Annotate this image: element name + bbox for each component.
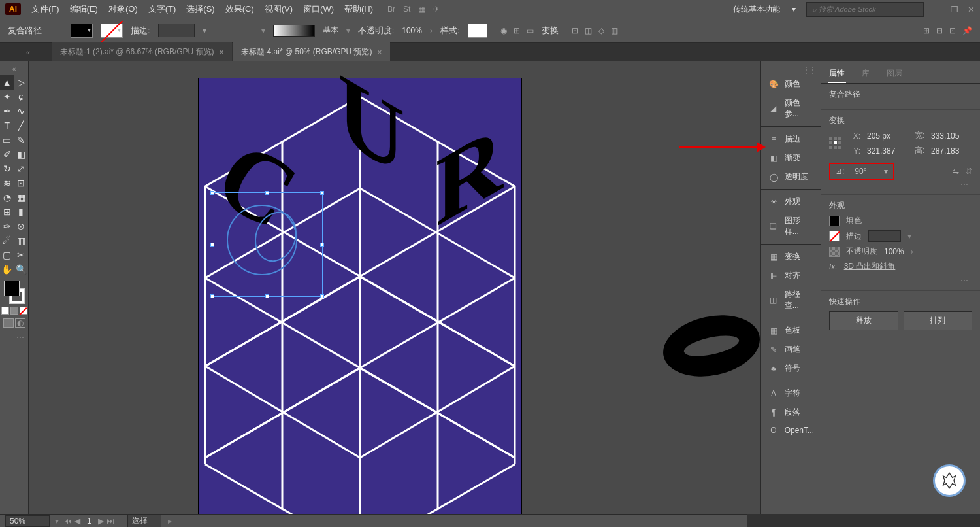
reference-point[interactable]: [829, 137, 842, 150]
status-mode[interactable]: 选择: [127, 514, 161, 527]
zoom-dropdown-icon[interactable]: ▾: [55, 517, 59, 526]
bridge-icon[interactable]: Br: [387, 5, 395, 14]
artboard-index[interactable]: 1: [83, 517, 95, 526]
column-graph-tool[interactable]: ▥: [14, 233, 29, 248]
transform-more-icon[interactable]: ⋯: [829, 180, 972, 189]
dock-transparency[interactable]: ◯透明度: [761, 167, 821, 186]
menu-view[interactable]: 视图(V): [261, 1, 297, 17]
fill-color-swatch[interactable]: [829, 216, 840, 226]
gpu-icon[interactable]: ✈: [433, 5, 440, 14]
stroke-color-swatch[interactable]: [829, 231, 840, 241]
eraser-tool[interactable]: ◧: [14, 147, 29, 162]
menu-edit[interactable]: 编辑(E): [66, 1, 102, 17]
dock-paragraph[interactable]: ¶段落: [761, 403, 821, 422]
direct-selection-tool[interactable]: ▷: [14, 75, 29, 90]
dock-grip-icon[interactable]: ⋮⋮: [761, 65, 821, 75]
stock-icon[interactable]: St: [403, 5, 410, 14]
zoom-tool[interactable]: 🔍: [14, 262, 29, 277]
artboard-tool[interactable]: ▢: [0, 248, 14, 262]
release-button[interactable]: 释放: [829, 311, 898, 330]
dock-character[interactable]: A字符: [761, 384, 821, 403]
align-icon[interactable]: ⊞: [514, 26, 520, 35]
opacity-value-2[interactable]: 100%: [884, 247, 904, 256]
style-swatch[interactable]: [468, 24, 487, 38]
pin-icon[interactable]: 📌: [962, 26, 972, 35]
height-value[interactable]: 287.183: [931, 146, 970, 156]
dock-color-guide[interactable]: ◢颜色参...: [761, 94, 821, 124]
select-similar-icon[interactable]: ▥: [611, 26, 618, 35]
lasso-tool[interactable]: ɕ: [14, 90, 29, 104]
dock-gradient[interactable]: ◧渐变: [761, 148, 821, 167]
flip-vertical-icon[interactable]: ⇵: [966, 167, 972, 176]
scale-tool[interactable]: ⤢: [14, 162, 29, 176]
search-input[interactable]: ⌕ 搜索 Adobe Stock: [806, 2, 924, 17]
gradient-mode-icon[interactable]: [10, 307, 18, 314]
curvature-tool[interactable]: ∿: [14, 104, 29, 118]
stroke-swatch[interactable]: [101, 24, 123, 38]
dock-brushes[interactable]: ✎画笔: [761, 340, 821, 359]
zoom-input[interactable]: 50%: [5, 515, 50, 527]
menu-select[interactable]: 选择(S): [182, 1, 218, 17]
close-tab-icon[interactable]: ×: [377, 48, 382, 57]
color-mode-icon[interactable]: [1, 307, 9, 314]
tab-properties[interactable]: 属性: [828, 65, 846, 83]
line-tool[interactable]: ╱: [14, 118, 29, 133]
dock-pathfinder[interactable]: ◫路径查...: [761, 285, 821, 315]
effect-name[interactable]: 3D 凸出和斜角: [844, 261, 896, 272]
appearance-more-icon[interactable]: ⋯: [829, 276, 972, 285]
mesh-tool[interactable]: ⊞: [0, 205, 14, 219]
perspective-grid-tool[interactable]: ▦: [14, 190, 29, 205]
dock-appearance[interactable]: ☀外观: [761, 192, 821, 211]
transform-button[interactable]: 变换: [542, 25, 559, 37]
blend-tool[interactable]: ⊙: [14, 219, 29, 233]
rotate-tool[interactable]: ↻: [0, 162, 14, 176]
screen-mode-icon[interactable]: [3, 318, 14, 328]
eyedropper-tool[interactable]: ✑: [0, 219, 14, 233]
dock-swatches[interactable]: ▦色板: [761, 321, 821, 340]
window-restore-icon[interactable]: ❐: [951, 5, 958, 14]
opacity-value[interactable]: 100%: [402, 26, 422, 35]
x-value[interactable]: 205 px: [867, 131, 906, 141]
gradient-tool[interactable]: ▮: [14, 205, 29, 219]
stroke-weight-input-2[interactable]: [868, 230, 901, 242]
draw-mode-icon[interactable]: ◐: [15, 318, 25, 328]
width-value[interactable]: 333.105: [931, 131, 970, 141]
dock-stroke[interactable]: ≡描边: [761, 129, 821, 148]
stroke-weight-input[interactable]: [158, 24, 195, 37]
hand-tool[interactable]: ✋: [0, 262, 14, 277]
workspace-dropdown[interactable]: 传统基本功能▾: [728, 2, 801, 17]
dock-transform[interactable]: ▦变换: [761, 247, 821, 266]
menu-window[interactable]: 窗口(W): [299, 1, 338, 17]
document-tab-2[interactable]: 未标题-4.ai* @ 50% (RGB/GPU 预览) ×: [233, 42, 390, 61]
recolor-icon[interactable]: ◉: [500, 26, 507, 35]
canvas[interactable]: C U R: [29, 61, 760, 514]
nav-prev-icon[interactable]: ◀: [74, 517, 80, 526]
mask-icon[interactable]: ◫: [585, 26, 592, 35]
toolbox-collapse-icon[interactable]: «: [0, 65, 28, 73]
crop-icon[interactable]: ◇: [598, 26, 604, 35]
menu-object[interactable]: 对象(O): [105, 1, 142, 17]
edit-toolbar-icon[interactable]: ⋯: [0, 333, 28, 342]
document-tab-1[interactable]: 未标题-1 (2).ai* @ 66.67% (RGB/GPU 预览) ×: [52, 42, 232, 61]
width-tool[interactable]: ≋: [0, 176, 14, 190]
fx-icon[interactable]: fx.: [829, 262, 838, 271]
paintbrush-tool[interactable]: ✎: [14, 133, 29, 147]
dock-graphic-styles[interactable]: ❏图形样...: [761, 211, 821, 241]
fill-swatch[interactable]: [71, 24, 93, 38]
window-minimize-icon[interactable]: —: [933, 5, 941, 14]
nav-first-icon[interactable]: ⏮: [64, 517, 72, 526]
layout3-icon[interactable]: ⊡: [949, 26, 956, 35]
menu-text[interactable]: 文字(T): [144, 1, 180, 17]
profile-label[interactable]: 基本: [323, 25, 338, 36]
magic-wand-tool[interactable]: ✦: [0, 90, 14, 104]
stroke-profile[interactable]: [273, 25, 315, 37]
window-close-icon[interactable]: ✕: [968, 5, 975, 14]
layout2-icon[interactable]: ⊟: [936, 26, 943, 35]
rectangle-tool[interactable]: ▭: [0, 133, 14, 147]
flip-horizontal-icon[interactable]: ⇋: [953, 167, 959, 176]
rotation-dropdown[interactable]: ⊿: 90°: [829, 163, 894, 180]
shape-builder-tool[interactable]: ◔: [0, 190, 14, 205]
none-mode-icon[interactable]: [20, 307, 27, 314]
nav-last-icon[interactable]: ⏭: [106, 517, 114, 526]
free-transform-tool[interactable]: ⊡: [14, 176, 29, 190]
